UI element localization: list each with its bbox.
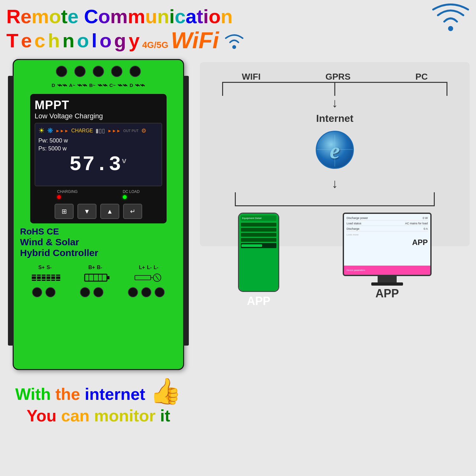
down-button[interactable]: ▼: [77, 204, 96, 219]
monitor-base: [371, 282, 403, 286]
dc-load-indicator: DC LOAD: [123, 189, 140, 200]
load-symbol: [133, 273, 165, 283]
bot-h-line: [235, 205, 435, 206]
terminal-symbols: [20, 272, 177, 285]
bot-v-left: [235, 192, 236, 206]
device-section: D ⌁⌁ A~ ⌁⌁ B~ ⌁⌁ C~ ⌁⌁ D ⌁⌁ MPPT Low Vol…: [6, 59, 190, 473]
gear-icon: ⚙: [141, 127, 146, 134]
display-panel: MPPT Low Voltage Charging ☀ ❋ ►►► CHARGE…: [30, 94, 167, 223]
top-v-right: [446, 82, 447, 96]
svg-rect-11: [107, 276, 109, 279]
battery-bolt-1: [80, 287, 90, 297]
battery-bolts: [80, 287, 103, 297]
battery-symbol: [84, 273, 109, 283]
mppt-title: MPPT: [35, 98, 162, 112]
battery-pos-label: B+: [88, 265, 95, 270]
bottom-bracket: [235, 192, 435, 206]
mount-bracket-right: [183, 76, 189, 346]
power2-value: 5000 w: [48, 145, 67, 152]
sun-icon: ☀: [38, 127, 45, 135]
power2-label: Ps:: [38, 145, 47, 152]
lcd-icons-row: ☀ ❋ ►►► CHARGE ▮▯▯ ►►► OUT PUT ⚙: [38, 127, 158, 135]
phone-row-3: [241, 233, 276, 237]
monitor-app-label: APP: [375, 287, 399, 300]
conn-top-labels: WIFI GPRS PC: [209, 72, 460, 82]
top-bolt-1: [56, 66, 67, 77]
solar-bolts: [32, 287, 56, 297]
gprs-conn-label: GPRS: [325, 72, 350, 82]
phone-screen: Equipment Detail: [239, 214, 278, 291]
enter-button[interactable]: ↵: [123, 204, 142, 219]
globe-equator: [317, 149, 353, 150]
phone-app-label: APP: [247, 294, 270, 308]
rohs-text: RoHS CE: [20, 227, 177, 237]
top-bracket: [222, 82, 447, 96]
output-label: OUT PUT: [123, 129, 139, 133]
load-bolt-1: [128, 287, 138, 297]
internet-text: With the internet: [15, 385, 150, 403]
wiring-diagram: D ⌁⌁ A~ ⌁⌁ B~ ⌁⌁ C~ ⌁⌁ D ⌁⌁: [52, 80, 145, 90]
pc-conn-label: PC: [415, 72, 428, 82]
wifi-icon-header: [432, 3, 470, 34]
menu-button[interactable]: ⊞: [55, 204, 74, 219]
load-neg2-label: L-: [154, 265, 158, 270]
dc-load-led: [123, 195, 127, 199]
device-labels: RoHS CE Wind & Solar Hybrid Controller: [14, 223, 183, 261]
battery-icon: ▮▯▯: [96, 127, 105, 134]
top-v-mid: [334, 82, 335, 96]
monitor-app-text: APP: [347, 238, 428, 247]
phone-row-1: [241, 223, 276, 227]
battery-bolt-2: [93, 287, 103, 297]
top-v-left: [222, 82, 223, 96]
internet-line: With the internet 👍: [15, 376, 182, 406]
top-bolt-2: [74, 66, 86, 77]
battery-neg-label: B-: [97, 265, 102, 270]
charging-label: CHARGING: [57, 189, 78, 194]
bot-v-right: [434, 192, 435, 206]
phone-row-4: [241, 238, 276, 242]
header-line2: Technology 4G/5G WiFi: [6, 27, 432, 53]
power1-label: Pw:: [38, 137, 48, 144]
globe-icon: e: [316, 131, 354, 169]
phone-bar-fill: [241, 244, 262, 247]
wifi-conn-label: WIFI: [242, 72, 261, 82]
solar-terminals: S+ S-: [38, 265, 52, 270]
load-neg1-label: L-: [147, 265, 152, 270]
monitor-text: You can monitor it: [27, 407, 170, 425]
monitor-mock: Discharge power0 W Load statusAC mains f…: [343, 213, 432, 276]
terminal-labels: S+ S- B+ B- L+ L- L-: [20, 265, 177, 270]
arrows-output: ►►►: [108, 128, 121, 133]
wind-icon: ❋: [47, 127, 53, 135]
phone-row-2: [241, 228, 276, 232]
header: Remote Communication Technology 4G/5G Wi…: [0, 0, 476, 56]
power1-value: 5000 w: [50, 137, 68, 144]
buttons-row[interactable]: ⊞ ▼ ▲ ↵: [35, 204, 162, 219]
top-bolt-4: [111, 66, 122, 77]
phone-green-bar: [241, 243, 276, 248]
power1-reading: Pw: 5000 w: [38, 137, 158, 144]
battery-terminals: B+ B-: [88, 265, 102, 270]
monitor-row-2: Load statusAC mains for load: [347, 222, 428, 226]
wifi-label: WiFi: [171, 27, 219, 53]
bottom-caption: With the internet 👍 You can monitor it: [9, 370, 188, 432]
solar-pos-label: S+: [38, 265, 45, 270]
bottom-section: S+ S- B+ B- L+ L- L-: [14, 261, 183, 301]
bottom-devices: Equipment Detail APP: [209, 213, 460, 308]
monitor-look-more: Look more: [347, 233, 428, 236]
phone-mock: Equipment Detail: [238, 213, 279, 292]
up-button[interactable]: ▲: [100, 204, 119, 219]
voltage-display: 57.3v: [38, 153, 158, 176]
top-terminals: [56, 66, 141, 77]
header-line1: Remote Communication: [6, 6, 470, 27]
hybrid-text: Hybrid Controller: [20, 248, 177, 258]
charging-led: [57, 195, 61, 199]
arrow-down-2: ↓: [209, 176, 460, 191]
charging-indicator: CHARGING: [57, 189, 78, 200]
wifi-icon-small: [221, 29, 247, 51]
arrows-charge: ►►►: [56, 128, 69, 133]
globe-container: e: [209, 128, 460, 173]
svg-point-0: [448, 26, 453, 31]
dc-load-label: DC LOAD: [123, 189, 140, 194]
phone-container: Equipment Detail APP: [238, 213, 279, 308]
svg-rect-10: [85, 274, 107, 281]
